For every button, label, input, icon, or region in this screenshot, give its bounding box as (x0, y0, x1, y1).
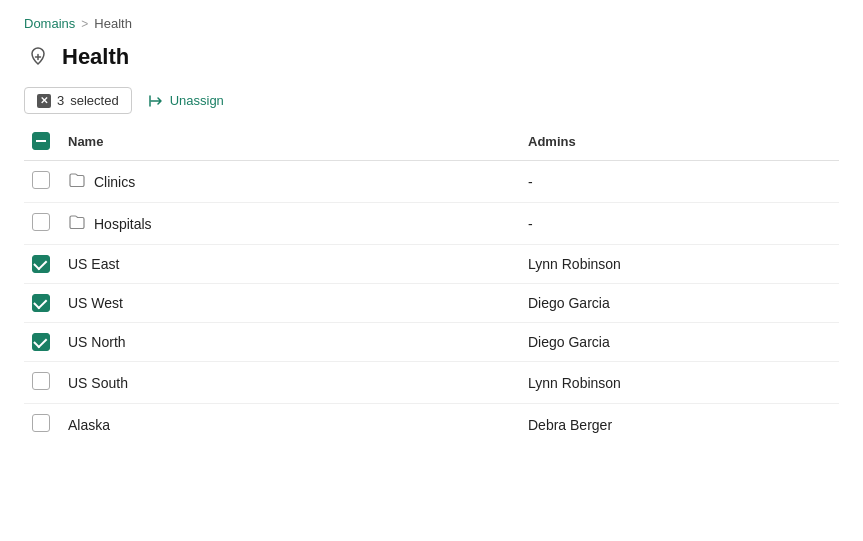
unassign-label: Unassign (170, 93, 224, 108)
row-name: Alaska (68, 417, 110, 433)
table-row: AlaskaDebra Berger (24, 404, 839, 446)
unassign-icon (148, 93, 164, 109)
row-name: US North (68, 334, 126, 350)
row-checkbox-2[interactable] (32, 213, 50, 231)
row-name: US West (68, 295, 123, 311)
selected-count: 3 (57, 93, 64, 108)
table-row: US SouthLynn Robinson (24, 362, 839, 404)
toolbar: ✕ 3 selected Unassign (24, 87, 839, 114)
row-admins: Lynn Robinson (520, 245, 839, 284)
select-all-checkbox[interactable] (32, 132, 50, 150)
selected-badge-button[interactable]: ✕ 3 selected (24, 87, 132, 114)
table-row: Clinics- (24, 161, 839, 203)
row-checkbox-1[interactable] (32, 171, 50, 189)
table-row: US WestDiego Garcia (24, 284, 839, 323)
breadcrumb-parent-link[interactable]: Domains (24, 16, 75, 31)
selected-label: selected (70, 93, 118, 108)
table-row: US EastLynn Robinson (24, 245, 839, 284)
page-header: Health (24, 43, 839, 71)
row-admins: Diego Garcia (520, 284, 839, 323)
row-admins: - (520, 203, 839, 245)
unassign-button[interactable]: Unassign (140, 88, 232, 114)
row-name: US East (68, 256, 119, 272)
table-header-row: Name Admins (24, 122, 839, 161)
table-row: US NorthDiego Garcia (24, 323, 839, 362)
table-row: Hospitals- (24, 203, 839, 245)
health-icon (24, 43, 52, 71)
row-name: US South (68, 375, 128, 391)
th-name: Name (60, 122, 520, 161)
row-admins: Debra Berger (520, 404, 839, 446)
row-name: Hospitals (94, 216, 152, 232)
row-name: Clinics (94, 174, 135, 190)
folder-icon (68, 214, 86, 233)
row-checkbox-4[interactable] (32, 294, 50, 312)
row-admins: Diego Garcia (520, 323, 839, 362)
th-admins: Admins (520, 122, 839, 161)
page-title: Health (62, 44, 129, 70)
row-checkbox-7[interactable] (32, 414, 50, 432)
row-checkbox-6[interactable] (32, 372, 50, 390)
page-container: Domains > Health Health ✕ 3 selected Una… (0, 0, 863, 541)
breadcrumb-current: Health (94, 16, 132, 31)
row-checkbox-3[interactable] (32, 255, 50, 273)
breadcrumb: Domains > Health (24, 16, 839, 31)
row-checkbox-5[interactable] (32, 333, 50, 351)
table-body: Clinics-Hospitals-US EastLynn RobinsonUS… (24, 161, 839, 446)
th-checkbox (24, 122, 60, 161)
folder-icon (68, 172, 86, 191)
clear-selection-icon: ✕ (37, 94, 51, 108)
row-admins: - (520, 161, 839, 203)
domains-table: Name Admins Clinics-Hospitals-US EastLyn… (24, 122, 839, 445)
breadcrumb-separator: > (81, 17, 88, 31)
row-admins: Lynn Robinson (520, 362, 839, 404)
